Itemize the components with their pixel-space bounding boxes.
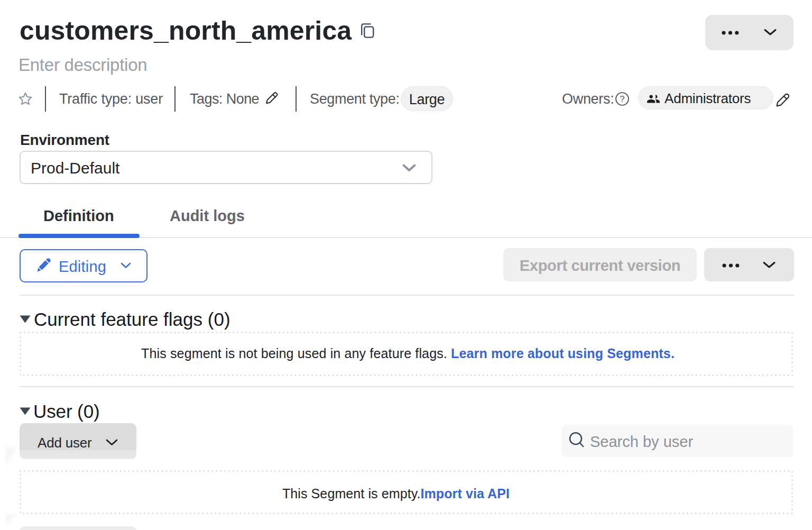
svg-text:?: ? [620, 95, 625, 104]
